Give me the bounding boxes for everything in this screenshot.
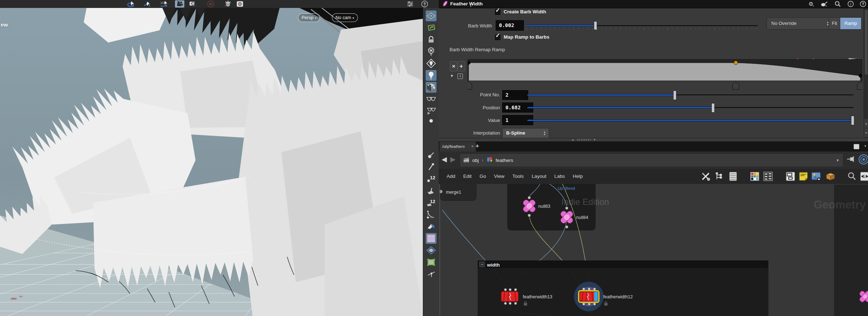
show-grid-icon[interactable] bbox=[426, 10, 437, 21]
barb-width-field[interactable]: 0.002 bbox=[496, 20, 524, 31]
nav-back-icon[interactable]: ◀ bbox=[442, 155, 447, 163]
follow-selection-icon[interactable] bbox=[858, 154, 868, 167]
no-lighting-icon[interactable] bbox=[426, 46, 437, 57]
tools-wrench-icon[interactable] bbox=[701, 172, 710, 181]
group-highlight-icon[interactable] bbox=[426, 257, 437, 268]
menu-labs[interactable]: Labs bbox=[554, 169, 565, 184]
sticky-note-icon[interactable] bbox=[799, 172, 808, 181]
view-orbit-tool-icon[interactable]: ▾ bbox=[126, 0, 136, 8]
override-dropdown[interactable]: No Override ▲▼ bbox=[767, 17, 832, 30]
node-merge1[interactable]: merge1 bbox=[439, 184, 477, 201]
ramp-point-2[interactable] bbox=[859, 74, 862, 78]
splitter-collapse-down-icon[interactable]: ▼ bbox=[593, 138, 596, 141]
ramp-copy-icon[interactable]: ⇓ bbox=[457, 74, 463, 79]
fit-button[interactable]: Fit bbox=[829, 17, 840, 30]
ramp-handle-1[interactable] bbox=[733, 82, 739, 89]
menu-help[interactable]: Help bbox=[573, 169, 583, 184]
select-mode-icon[interactable] bbox=[426, 22, 437, 33]
interpolation-dropdown[interactable]: B-Spline ▲▼ bbox=[502, 128, 549, 138]
scrollbar-thumb[interactable] bbox=[865, 10, 868, 75]
ramp-handle-0[interactable] bbox=[468, 82, 472, 89]
scroll-down-button[interactable]: ▼ bbox=[864, 128, 868, 137]
axis-tripod-icon[interactable] bbox=[426, 269, 437, 280]
new-tab-button[interactable]: + bbox=[475, 142, 479, 150]
lock-camera-icon[interactable] bbox=[426, 34, 437, 45]
network-shapes-icon[interactable] bbox=[763, 172, 773, 181]
display-options-icon[interactable]: ⚙ bbox=[235, 0, 245, 8]
menu-tools[interactable]: Tools bbox=[512, 169, 524, 184]
network-graph[interactable]: Geometry merge1 Up: Bend Indie Edition bbox=[439, 184, 868, 316]
param-help-icon[interactable]: ? bbox=[859, 0, 867, 8]
breadcrumb-root[interactable]: obj bbox=[472, 158, 479, 163]
ramp-button[interactable]: Ramp bbox=[840, 17, 862, 30]
hq-shading-icon[interactable] bbox=[426, 82, 437, 93]
path-dropdown-icon[interactable]: ▼ bbox=[836, 158, 839, 162]
network-path-field[interactable]: obj › feathers ▼ bbox=[460, 153, 843, 167]
smooth-shade-glasses-icon[interactable] bbox=[426, 94, 437, 105]
pin-pane-icon[interactable] bbox=[846, 154, 856, 165]
value-slider-handle[interactable] bbox=[851, 116, 854, 125]
fw12-display-flag[interactable] bbox=[594, 292, 598, 301]
point-no-slider-handle[interactable] bbox=[673, 91, 676, 100]
network-tab[interactable]: /obj/feathers × bbox=[439, 142, 476, 152]
backfaces-icon[interactable] bbox=[426, 221, 437, 232]
background-image-icon[interactable] bbox=[811, 172, 821, 181]
menu-edit[interactable]: Edit bbox=[463, 169, 472, 184]
feather-node-icon[interactable] bbox=[442, 0, 449, 9]
nav-forward-icon[interactable]: ▶ bbox=[450, 155, 456, 163]
menu-go[interactable]: Go bbox=[479, 169, 486, 184]
menu-layout[interactable]: Layout bbox=[532, 169, 547, 184]
display-particles-icon[interactable] bbox=[426, 245, 437, 256]
position-slider-handle[interactable] bbox=[711, 103, 715, 113]
parameter-scrollbar[interactable]: ▲ ▼ bbox=[864, 8, 868, 138]
profile-curves-icon[interactable] bbox=[426, 209, 437, 220]
prim-normals-icon[interactable] bbox=[426, 185, 437, 196]
asset-box-icon[interactable] bbox=[825, 172, 835, 181]
ramp-delete-point-button[interactable]: ✕ bbox=[450, 61, 457, 71]
ramp-point-0[interactable] bbox=[468, 61, 470, 65]
backdrop-width[interactable]: − width bbox=[478, 260, 768, 316]
scroll-up-button[interactable]: ▲ bbox=[864, 119, 868, 128]
transparency-icon[interactable] bbox=[426, 233, 437, 244]
frame-selected-icon[interactable] bbox=[188, 0, 197, 8]
visibility-eye-icon[interactable] bbox=[860, 172, 868, 181]
node-menu-caret-icon[interactable]: ▾ bbox=[470, 5, 472, 8]
point-markers-icon[interactable] bbox=[426, 150, 437, 161]
prim-numbers-icon[interactable]: 12 bbox=[426, 197, 437, 208]
list-view-icon[interactable] bbox=[728, 172, 738, 181]
ramp-point-1[interactable] bbox=[734, 61, 738, 65]
point-display-icon[interactable] bbox=[426, 118, 437, 124]
flat-shade-glasses-icon[interactable] bbox=[426, 106, 437, 117]
barb-width-slider-handle[interactable] bbox=[594, 21, 597, 30]
point-no-field[interactable]: 2 bbox=[502, 90, 528, 100]
perspective-menu-pill[interactable]: Persp▾ bbox=[298, 13, 320, 22]
view-tool-icon[interactable] bbox=[175, 0, 184, 8]
color-palette-icon[interactable] bbox=[750, 172, 759, 181]
param-gear-menu-icon[interactable]: ⚙▾ bbox=[807, 0, 815, 8]
normal-lighting-icon[interactable] bbox=[426, 70, 437, 81]
toolbar-options-icon[interactable] bbox=[406, 0, 415, 8]
network-search-icon[interactable] bbox=[847, 172, 856, 181]
headlight-only-icon[interactable] bbox=[426, 58, 437, 69]
tab-close-icon[interactable]: × bbox=[471, 142, 474, 152]
breadcrumb-current[interactable]: feathers bbox=[496, 158, 513, 163]
subnet-view-icon[interactable] bbox=[786, 172, 795, 181]
menu-add[interactable]: Add bbox=[447, 169, 455, 184]
point-normals-icon[interactable] bbox=[426, 162, 437, 172]
node-featherwidth12[interactable] bbox=[574, 282, 604, 311]
snapshot-icon[interactable] bbox=[223, 0, 233, 8]
tree-view-icon[interactable] bbox=[715, 172, 724, 181]
view-mask-icon[interactable] bbox=[206, 0, 215, 8]
pane-maximize-icon[interactable] bbox=[854, 144, 859, 149]
param-info-icon[interactable]: i bbox=[846, 0, 855, 8]
ramp-editor[interactable] bbox=[468, 59, 862, 95]
ramp-collapse-icon[interactable]: ▼ bbox=[450, 74, 454, 78]
splitter-grip[interactable] bbox=[577, 139, 592, 141]
ramp-add-point-button[interactable]: + bbox=[457, 61, 465, 71]
camera-menu-pill[interactable]: No cam▾ bbox=[332, 13, 358, 22]
scoop-presets-icon[interactable]: ▾ bbox=[820, 0, 828, 8]
help-icon[interactable]: ? bbox=[420, 0, 429, 8]
view-pan-tool-icon[interactable]: ▾ bbox=[143, 0, 152, 8]
menu-view[interactable]: View bbox=[494, 169, 504, 184]
ramp-handle-2[interactable] bbox=[857, 82, 862, 89]
